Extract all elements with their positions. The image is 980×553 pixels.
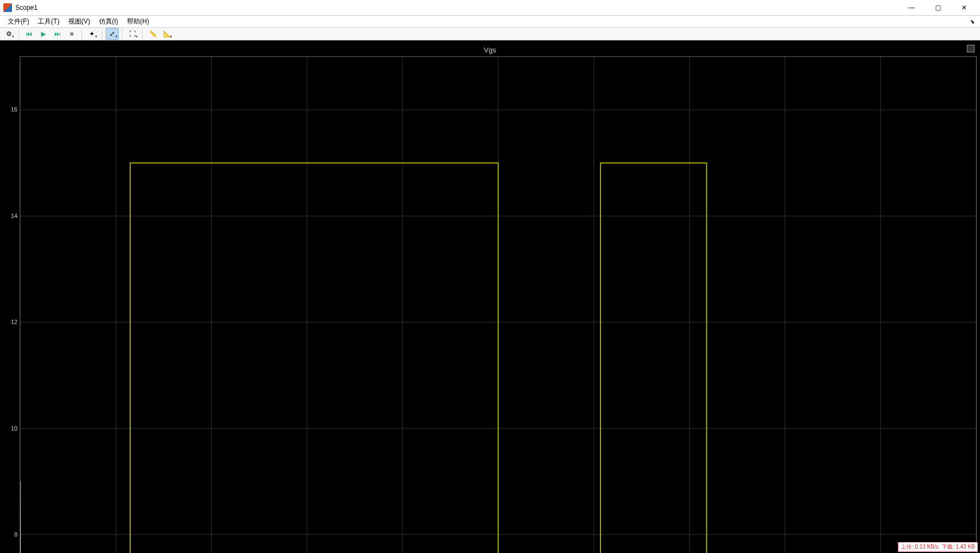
measure-icon: 📏 — [149, 30, 157, 38]
plot-area[interactable] — [20, 56, 977, 553]
chart-0: Vgs0246810121416 — [3, 44, 977, 553]
gear-icon: ⚙ — [6, 30, 12, 38]
step-fwd-icon: ⏭ — [54, 30, 61, 38]
settings-button[interactable]: ⚙▾ — [2, 28, 15, 40]
ruler-button[interactable]: 📐▾ — [160, 28, 173, 40]
trigger-button[interactable]: ✦▾ — [85, 28, 98, 40]
run-button[interactable]: ▶ — [37, 28, 50, 40]
step-forward-button[interactable]: ⏭ — [51, 28, 64, 40]
toolbar: ⚙▾ ⏮ ▶ ⏭ ■ ✦▾ ⤢▾ ⛶▾ 📏 📐▾ — [0, 28, 980, 40]
window-title: Scope1 — [15, 4, 899, 11]
step-back-icon: ⏮ — [26, 30, 32, 38]
close-button[interactable]: ✕ — [952, 0, 977, 15]
menu-sim[interactable]: 仿真(I) — [95, 16, 122, 27]
stop-icon: ■ — [69, 30, 73, 38]
trigger-icon: ✦ — [89, 30, 95, 38]
maximize-button[interactable]: ▢ — [925, 0, 950, 15]
scope-area: Vgs0246810121416蓝色Vds黄色Ids红色IQ1-200-1000… — [0, 40, 980, 553]
maximize-plot-icon[interactable] — [967, 45, 975, 52]
step-back-button[interactable]: ⏮ — [22, 28, 36, 40]
menu-view[interactable]: 视图(V) — [64, 16, 95, 27]
cursor-button[interactable]: ⤢▾ — [106, 28, 119, 40]
menu-bar: 文件(F) 工具(T) 视图(V) 仿真(I) 帮助(H) ⬊ — [0, 16, 980, 28]
zoom-button[interactable]: ⛶▾ — [126, 28, 139, 40]
minimize-button[interactable]: — — [899, 0, 924, 15]
y-axis: 0246810121416 — [3, 56, 20, 553]
chart-title: Vgs — [3, 44, 977, 56]
menu-overflow-icon[interactable]: ⬊ — [970, 19, 977, 25]
zoom-icon: ⛶ — [129, 30, 136, 38]
menu-tools[interactable]: 工具(T) — [33, 16, 63, 27]
play-icon: ▶ — [41, 30, 46, 38]
menu-help[interactable]: 帮助(H) — [122, 16, 154, 27]
menu-file[interactable]: 文件(F) — [3, 16, 33, 27]
network-badge: 上传: 0.13 KB/s 下载: 1.43 KB — [898, 542, 978, 552]
app-icon — [3, 3, 12, 12]
stop-button[interactable]: ■ — [65, 28, 78, 40]
cursor-icon: ⤢ — [109, 30, 115, 38]
title-bar: Scope1 — ▢ ✕ — [0, 0, 980, 16]
measure-button[interactable]: 📏 — [146, 28, 159, 40]
